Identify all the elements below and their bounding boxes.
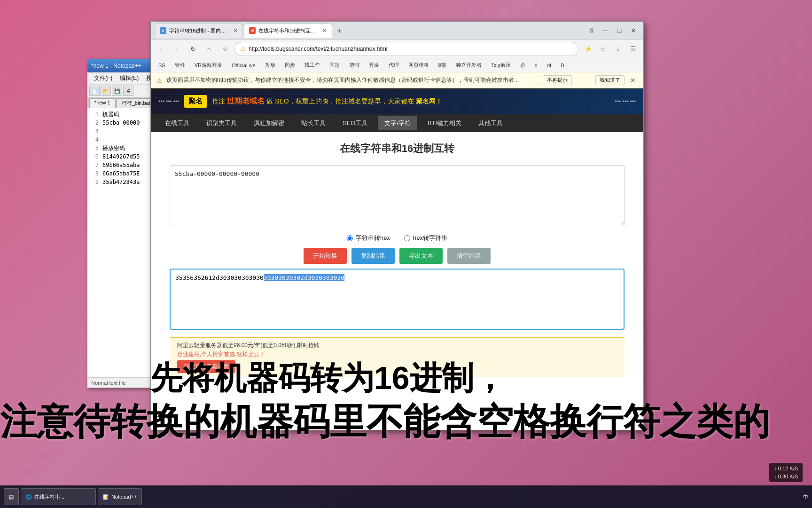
home-button[interactable]: ⌂ (203, 42, 216, 56)
star-icon[interactable]: ☆ (596, 42, 609, 56)
nav-decode[interactable]: 疯狂加解密 (247, 116, 291, 130)
desktop: *new 1 - Notepad++ _ □ ✕ 文件(F) 编辑(E) 搜索(… (0, 0, 812, 508)
screenshot-button[interactable]: ⎙ (585, 24, 597, 37)
bookmark-b1[interactable]: 必 (516, 61, 529, 70)
hex-favicon: ⚙ (249, 27, 256, 34)
start-convert-button[interactable]: 开始转换 (304, 248, 347, 264)
back-button[interactable]: ‹ (155, 42, 168, 56)
action-buttons: 开始转换 复制结果 导出文本 清空结果 (170, 248, 625, 264)
bookmark-ss[interactable]: SS (155, 62, 169, 69)
bookmark-B[interactable]: B (557, 62, 568, 69)
lock-icon: ⚠ (241, 46, 246, 52)
close-browser-button[interactable]: ✕ (627, 24, 640, 37)
radio-options: 字符串转hex hex转字符串 (170, 234, 625, 242)
export-text-button[interactable]: 导出文本 (399, 248, 443, 264)
ad-link[interactable]: 企业建站,个人博客首选,轻松上云！ (177, 351, 265, 357)
bookmarks-bar: SS 软件 VR游戏开发 Official we 投放 同步 找工作 国定 博时… (151, 58, 643, 72)
open-btn[interactable]: 📂 (101, 86, 111, 96)
nav-other[interactable]: 其他工具 (472, 116, 509, 130)
site-banner: ••• ••• ••• 聚名 抢注 过期老域名 做 SEO，权重上的快，抢注域名… (151, 88, 643, 114)
security-warning-text: 该页面采用不加密的http传输协议，与你建立的连接不安全，请勿在页面内输入任何敏… (166, 76, 519, 84)
tab-hex-converter[interactable]: ⚙ 在线字符串和16进制互转 - 在... ✕ (244, 24, 332, 38)
taskbar-start-button[interactable]: ▤ (4, 488, 19, 505)
radio-str-to-hex[interactable]: 字符串转hex (347, 234, 390, 242)
taskbar-notepad-item[interactable]: 📝 Notepad++ (98, 488, 142, 505)
bookmark-job[interactable]: 找工作 (301, 61, 324, 70)
maximize-browser-button[interactable]: □ (613, 24, 625, 37)
confirm-button[interactable]: 我知道了 (595, 75, 625, 85)
page-title: 在线字符串和16进制互转 (170, 142, 625, 156)
browser-titlebar: B 字符串转16进制 - 国内版 Bing ✕ ⚙ 在线字符串和16进制互转 -… (151, 22, 643, 40)
banner-text: 抢注 过期老域名 做 SEO，权重上的快，抢注域名要趁早，大家都在 聚名网！ (212, 96, 442, 106)
taskbar-clock: 中 (803, 493, 808, 500)
favorites-button[interactable]: ☆ (219, 42, 232, 56)
nav-online-tools[interactable]: 在线工具 (158, 116, 196, 130)
network-down: ↓ 0.30 K/S (774, 473, 798, 481)
taskbar-browser-item[interactable]: 🌐 在线字符串... (21, 488, 96, 505)
bookmark-web[interactable]: 网页模板 (405, 61, 433, 70)
nav-recognition[interactable]: 识别类工具 (200, 116, 243, 130)
notepad-title: *new 1 - Notepad++ (91, 63, 141, 69)
new-btn[interactable]: 📄 (89, 86, 100, 96)
site-nav: 在线工具 识别类工具 疯狂加解密 站长工具 SEO工具 文字/字符 BT/磁力相… (151, 114, 643, 132)
tab-new1[interactable]: *new 1 (89, 98, 116, 108)
bookmark-vr[interactable]: VR游戏开发 (191, 61, 226, 70)
download-icon[interactable]: ↓ (611, 42, 625, 56)
dismiss-button[interactable]: 不再提示 (543, 75, 572, 85)
window-controls: ⎙ ─ □ ✕ (585, 24, 640, 37)
security-close-icon[interactable]: ✕ (628, 77, 638, 84)
bookmark-put[interactable]: 投放 (261, 61, 279, 70)
output-display[interactable]: 35356362612d30303030303030303030302d3030… (170, 269, 625, 330)
clear-result-button[interactable]: 清空结果 (447, 248, 491, 264)
output-area: 35356362612d30303030303030303030302d3030… (170, 269, 625, 330)
nav-bt[interactable]: BT/磁力相关 (421, 116, 468, 130)
menu-file[interactable]: 文件(F) (91, 73, 115, 83)
lightning-icon[interactable]: ⚡ (581, 42, 594, 56)
refresh-button[interactable]: ↻ (187, 42, 200, 56)
network-up: ↑ 0.12 K/S (774, 465, 798, 473)
browser-tabs: B 字符串转16进制 - 国内版 Bing ✕ ⚙ 在线字符串和16进制互转 -… (155, 24, 583, 38)
nav-seo[interactable]: SEO工具 (336, 116, 374, 130)
bookmark-dev[interactable]: 开发 (365, 61, 383, 70)
bookmark-7zip[interactable]: 7zip解压 (487, 61, 515, 70)
new-tab-button[interactable]: + (333, 25, 345, 38)
address-bar[interactable]: ⚠ http://tools.bugscaner.com/text/zifuch… (234, 42, 578, 56)
bookmark-official[interactable]: Official we (228, 62, 259, 69)
radio-hex-to-str[interactable]: hex转字符串 (404, 234, 447, 242)
forward-button[interactable]: › (171, 42, 184, 56)
warning-icon: ⚠ (156, 77, 163, 84)
output-text-selected: 30303030302d3030303030 (264, 274, 344, 281)
nav-text[interactable]: 文字/字符 (378, 116, 417, 130)
url-text: http://tools.bugscaner.com/text/zifuchua… (249, 46, 572, 52)
browser-toolbar: ‹ › ↻ ⌂ ☆ ⚠ http://tools.bugscaner.com/t… (151, 40, 643, 58)
settings-icon[interactable]: ☰ (626, 42, 640, 56)
taskbar: ▤ 🌐 在线字符串... 📝 Notepad++ 中 (0, 485, 812, 508)
bookmark-proxy[interactable]: 代理 (385, 61, 403, 70)
copy-result-button[interactable]: 复制结果 (351, 248, 395, 264)
bookmark-indie[interactable]: 独立开发者 (452, 61, 485, 70)
bookmark-d[interactable]: d (531, 62, 541, 69)
bookmark-software[interactable]: 软件 (171, 61, 189, 70)
bing-favicon: B (160, 27, 166, 34)
input-textarea[interactable]: 55cba-00000-00000-00000 (170, 165, 625, 226)
nav-webmaster[interactable]: 站长工具 (295, 116, 332, 130)
minimize-browser-button[interactable]: ─ (599, 24, 611, 37)
toolbar-right-buttons: ⚡ ☆ ↓ ☰ (581, 42, 640, 56)
ad-line1: 阿里云轻量服务器低至96.00元/年(低至0.058折),限时抢购 (177, 341, 617, 349)
banner-highlight: 过期老域名 (227, 97, 265, 105)
bookmark-boshi[interactable]: 博时 (345, 61, 363, 70)
bookmark-sync[interactable]: 同步 (281, 61, 299, 70)
security-warning-bar: ⚠ 该页面采用不加密的http传输协议，与你建立的连接不安全，请勿在页面内输入任… (151, 72, 643, 88)
overlay-text-bottom: 注意待转换的机器码里不能含空格换行符之类的 (0, 397, 770, 447)
banner-logo[interactable]: 聚名 (184, 95, 207, 108)
bookmark-guoding[interactable]: 国定 (326, 61, 344, 70)
tab-close-hex[interactable]: ✕ (322, 27, 327, 34)
overlay-text-large: 先将机器码转为16进制， (150, 357, 506, 400)
menu-edit[interactable]: 编辑(E) (117, 73, 141, 83)
print-btn[interactable]: 🖨 (123, 86, 133, 96)
bookmark-df[interactable]: df (543, 62, 555, 69)
save-btn[interactable]: 💾 (112, 86, 122, 96)
bookmark-8b[interactable]: 8倍 (435, 61, 450, 70)
tab-close-bing[interactable]: ✕ (233, 27, 238, 34)
tab-bing[interactable]: B 字符串转16进制 - 国内版 Bing ✕ (155, 24, 243, 38)
